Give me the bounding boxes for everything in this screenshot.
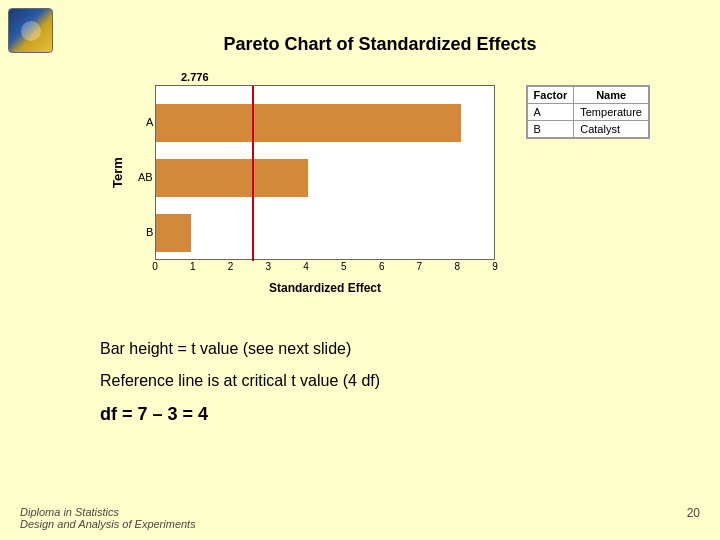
y-axis-label: Term — [110, 85, 125, 260]
footer: Diploma in Statistics Design and Analysi… — [20, 506, 700, 530]
factor-b: B — [527, 121, 574, 138]
chart-container: Pareto Chart of Standardized Effects Ter… — [100, 30, 660, 330]
footer-left: Diploma in Statistics Design and Analysi… — [20, 506, 196, 530]
name-col-header: Name — [574, 87, 649, 104]
footer-line1: Diploma in Statistics — [20, 506, 196, 518]
x-axis: 0 1 2 3 4 5 6 7 8 9 Standardized Effect — [155, 261, 495, 295]
ref-value-label: 2.776 — [181, 71, 209, 83]
x-axis-title: Standardized Effect — [155, 281, 495, 295]
x-tick-5: 5 — [341, 261, 347, 272]
footer-line2: Design and Analysis of Experiments — [20, 518, 196, 530]
df-formula: df = 7 – 3 = 4 — [100, 404, 680, 425]
bar-height-explanation: Bar height = t value (see next slide) — [100, 340, 680, 358]
name-catalyst: Catalyst — [574, 121, 649, 138]
x-tick-0: 0 — [152, 261, 158, 272]
factor-col-header: Factor — [527, 87, 574, 104]
factor-legend-table: Factor Name A Temperature B Catalyst — [526, 85, 650, 139]
x-tick-8: 8 — [454, 261, 460, 272]
x-tick-4: 4 — [303, 261, 309, 272]
chart-title: Pareto Chart of Standardized Effects — [100, 30, 660, 55]
name-temperature: Temperature — [574, 104, 649, 121]
x-tick-6: 6 — [379, 261, 385, 272]
x-tick-2: 2 — [228, 261, 234, 272]
factor-a: A — [527, 104, 574, 121]
x-tick-3: 3 — [266, 261, 272, 272]
y-tick-ab: AB — [138, 171, 656, 183]
x-tick-1: 1 — [190, 261, 196, 272]
y-tick-b: B — [146, 226, 656, 238]
reference-line-explanation: Reference line is at critical t value (4… — [100, 372, 680, 390]
university-logo — [8, 8, 53, 53]
chart-inner: Term 2.776 A AB B 0 1 2 3 4 — [100, 65, 660, 325]
x-tick-7: 7 — [417, 261, 423, 272]
x-tick-9: 9 — [492, 261, 498, 272]
page-number: 20 — [687, 506, 700, 530]
explanations-section: Bar height = t value (see next slide) Re… — [100, 340, 680, 439]
